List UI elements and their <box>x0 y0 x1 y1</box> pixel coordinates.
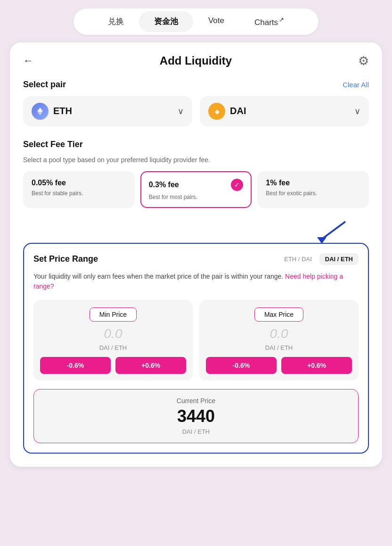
fee-option-1[interactable]: 0.3% fee ✓ Best for most pairs. <box>140 171 252 208</box>
fee-tier-header: Select Fee Tier <box>23 140 369 149</box>
current-price-value: 3440 <box>41 406 351 426</box>
fee-selected-check-icon: ✓ <box>231 179 243 191</box>
price-range-header: Set Price Range ETH / DAI DAI / ETH <box>33 253 359 265</box>
svg-marker-5 <box>317 237 327 243</box>
tab-vote[interactable]: Vote <box>193 11 239 32</box>
current-price-box: Current Price 3440 DAI / ETH <box>33 389 359 443</box>
tab-charts[interactable]: Charts <box>239 11 299 32</box>
min-price-box: Min Price 0.0 DAI / ETH -0.6% +0.6% <box>33 300 193 381</box>
fee-option-1-header: 0.3% fee ✓ <box>149 179 244 191</box>
fee-label-2: Best for exotic pairs. <box>266 190 360 197</box>
token2-chevron-icon: ∨ <box>354 106 360 116</box>
max-price-value: 0.0 <box>206 326 352 341</box>
price-inputs: Min Price 0.0 DAI / ETH -0.6% +0.6% Max … <box>33 300 359 381</box>
app-container: 兑换 资金池 Vote Charts ← Add Liquidity ⚙ Sel… <box>0 0 392 546</box>
min-price-minus-button[interactable]: -0.6% <box>40 357 111 374</box>
tab-pool[interactable]: 资金池 <box>139 11 193 32</box>
max-price-pair: DAI / ETH <box>206 344 352 351</box>
fee-percent-2: 1% fee <box>266 179 290 187</box>
token-row: ETH ∨ ◈ DAI ∨ <box>23 96 369 126</box>
fee-percent-1: 0.3% fee <box>149 181 179 189</box>
tab-exchange[interactable]: 兑换 <box>93 11 139 32</box>
settings-button[interactable]: ⚙ <box>358 54 369 68</box>
fee-tier-title: Select Fee Tier <box>23 140 83 149</box>
max-price-label-container: Max Price <box>206 307 352 322</box>
max-price-minus-button[interactable]: -0.6% <box>206 357 277 374</box>
card-header: ← Add Liquidity ⚙ <box>23 54 369 68</box>
fee-option-2[interactable]: 1% fee Best for exotic pairs. <box>257 171 369 208</box>
fee-label-0: Best for stable pairs. <box>32 190 126 197</box>
token1-chevron-icon: ∨ <box>178 106 184 116</box>
token1-symbol: ETH <box>53 106 72 116</box>
fee-option-2-header: 1% fee <box>266 179 360 187</box>
tab-bar: 兑换 资金池 Vote Charts <box>74 8 318 35</box>
back-button[interactable]: ← <box>23 55 33 67</box>
page-title: Add Liquidity <box>160 54 232 67</box>
token2-symbol: DAI <box>230 106 246 116</box>
pair-toggle-dai-eth[interactable]: DAI / ETH <box>319 253 359 265</box>
pair-toggle: ETH / DAI DAI / ETH <box>278 253 359 265</box>
min-price-plus-button[interactable]: +0.6% <box>115 357 186 374</box>
fee-option-0-header: 0.05% fee <box>32 179 126 187</box>
blue-arrow-icon <box>294 219 350 243</box>
arrow-area <box>23 219 369 243</box>
max-price-plus-button[interactable]: +0.6% <box>281 357 352 374</box>
fee-options: 0.05% fee Best for stable pairs. 0.3% fe… <box>23 171 369 208</box>
fee-tier-section: Select Fee Tier Select a pool type based… <box>23 140 369 208</box>
min-price-label[interactable]: Min Price <box>90 307 137 322</box>
eth-icon <box>32 103 49 120</box>
pair-toggle-eth-dai[interactable]: ETH / DAI <box>278 253 318 265</box>
max-price-adjust-btns: -0.6% +0.6% <box>206 357 352 374</box>
price-range-desc-text: Your liquidity will only earn fees when … <box>33 273 283 280</box>
clear-all-button[interactable]: Clear All <box>343 81 369 89</box>
select-pair-title: Select pair <box>23 80 66 90</box>
svg-text:◈: ◈ <box>214 108 220 115</box>
select-pair-header: Select pair Clear All <box>23 80 369 90</box>
token1-left: ETH <box>32 103 72 120</box>
min-price-adjust-btns: -0.6% +0.6% <box>40 357 186 374</box>
token2-left: ◈ DAI <box>208 103 246 120</box>
price-range-description: Your liquidity will only earn fees when … <box>33 272 359 291</box>
min-price-pair: DAI / ETH <box>40 344 186 351</box>
dai-icon: ◈ <box>208 103 225 120</box>
svg-marker-0 <box>37 108 43 113</box>
fee-label-1: Best for most pairs. <box>149 194 244 200</box>
price-range-title: Set Price Range <box>33 254 98 264</box>
current-price-pair: DAI / ETH <box>41 428 351 435</box>
token1-selector[interactable]: ETH ∨ <box>23 96 192 126</box>
main-card: ← Add Liquidity ⚙ Select pair Clear All … <box>10 42 382 467</box>
max-price-label[interactable]: Max Price <box>254 307 303 322</box>
svg-line-4 <box>322 222 345 239</box>
token2-selector[interactable]: ◈ DAI ∨ <box>200 96 369 126</box>
min-price-label-container: Min Price <box>40 307 186 322</box>
max-price-box: Max Price 0.0 DAI / ETH -0.6% +0.6% <box>199 300 359 381</box>
fee-description: Select a pool type based on your preferr… <box>23 156 369 164</box>
min-price-value: 0.0 <box>40 326 186 341</box>
price-range-section: Set Price Range ETH / DAI DAI / ETH Your… <box>23 243 369 454</box>
fee-percent-0: 0.05% fee <box>32 179 66 187</box>
fee-option-0[interactable]: 0.05% fee Best for stable pairs. <box>23 171 135 208</box>
current-price-label: Current Price <box>41 397 351 405</box>
